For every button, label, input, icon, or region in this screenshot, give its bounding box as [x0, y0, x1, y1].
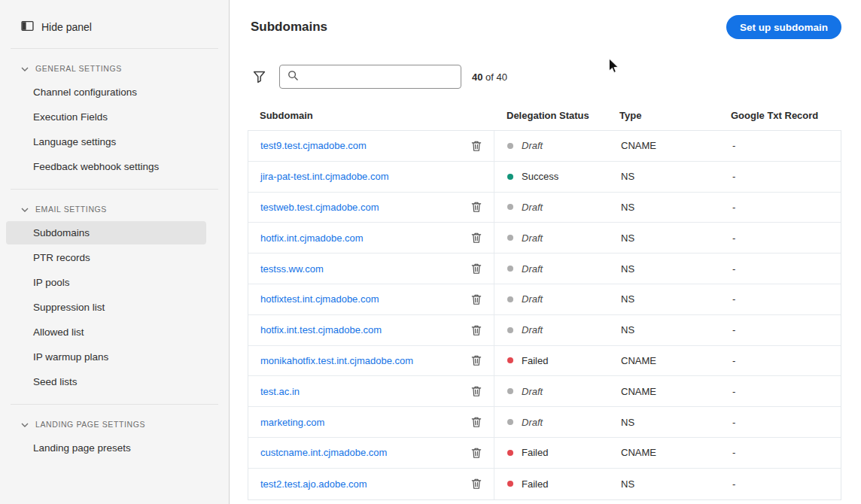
result-count-number: 40 — [472, 71, 482, 83]
google-txt-value: - — [716, 263, 841, 275]
sidebar-item-channel-configurations[interactable]: Channel configurations — [6, 80, 206, 104]
sidebar-item-ptr-records[interactable]: PTR records — [6, 246, 206, 269]
app-window: Hide panel GENERAL SETTINGS Channel conf… — [0, 0, 861, 504]
google-txt-value: - — [716, 202, 841, 213]
google-txt-value: - — [716, 478, 841, 490]
table-row[interactable]: hotfixtest.int.cjmadobe.com Draft NS - — [248, 284, 841, 315]
set-up-subdomain-button[interactable]: Set up subdomain — [726, 15, 841, 39]
status-dot — [507, 235, 513, 241]
type-value: CNAME — [604, 386, 716, 397]
status-label: Draft — [522, 324, 543, 335]
table-row[interactable]: hotfix.int.cjmadobe.com Draft NS - — [248, 223, 841, 254]
sidebar-item-suppression-list[interactable]: Suppression list — [6, 296, 206, 319]
subdomain-link[interactable]: jira-pat-test.int.cjmadobe.com — [260, 171, 389, 182]
trash-icon[interactable] — [470, 200, 483, 214]
table-row[interactable]: marketing.com Draft NS - — [248, 407, 841, 438]
search-icon — [288, 70, 299, 84]
status-label: Draft — [522, 293, 543, 305]
google-txt-value: - — [716, 324, 841, 335]
status-label: Draft — [522, 417, 543, 428]
trash-icon[interactable] — [470, 262, 483, 275]
status-label: Draft — [522, 386, 543, 397]
google-txt-value: - — [716, 232, 841, 244]
section-landing-page-settings[interactable]: LANDING PAGE SETTINGS — [0, 405, 229, 435]
table-row[interactable]: testss.ww.com Draft NS - — [248, 254, 841, 284]
sidebar-item-landing-page-presets[interactable]: Landing page presets — [6, 436, 206, 460]
hide-panel-label: Hide panel — [41, 21, 92, 33]
trash-icon[interactable] — [470, 323, 483, 337]
sidebar-item-language-settings[interactable]: Language settings — [6, 130, 206, 153]
section-email-settings[interactable]: EMAIL SETTINGS — [0, 190, 229, 220]
table-row[interactable]: test2.test.ajo.adobe.com Failed NS - — [248, 469, 841, 499]
trash-icon[interactable] — [470, 477, 483, 490]
status-dot — [507, 481, 513, 487]
table-row[interactable]: custcname.int.cjmadobe.com Failed CNAME … — [248, 438, 841, 469]
status-dot — [507, 357, 513, 363]
sidebar-item-ip-warmup-plans[interactable]: IP warmup plans — [6, 345, 206, 369]
subdomain-link[interactable]: test2.test.ajo.adobe.com — [260, 478, 367, 490]
sidebar-item-subdomains[interactable]: Subdomains — [6, 221, 206, 244]
chevron-down-icon — [21, 205, 29, 214]
panel-icon — [21, 20, 34, 35]
sidebar-item-execution-fields[interactable]: Execution Fields — [6, 105, 206, 129]
filter-icon[interactable] — [251, 68, 267, 85]
status-dot — [507, 266, 513, 272]
trash-icon[interactable] — [470, 354, 483, 367]
status-dot — [507, 450, 513, 456]
status-dot — [507, 174, 513, 180]
subdomain-link[interactable]: hotfix.int.cjmadobe.com — [260, 232, 364, 244]
search-input[interactable] — [305, 71, 453, 83]
type-value: NS — [604, 293, 716, 305]
table-row[interactable]: monikahotfix.test.int.cjmadobe.com Faile… — [248, 346, 841, 377]
table-body: test9.test.cjmadobe.com Draft CNAME - ji… — [248, 130, 841, 500]
search-box[interactable] — [279, 65, 461, 89]
subdomain-link[interactable]: custcname.int.cjmadobe.com — [260, 447, 387, 458]
trash-icon[interactable] — [470, 231, 483, 244]
sidebar-item-ip-pools[interactable]: IP pools — [6, 271, 206, 294]
subdomain-link[interactable]: hotfix.int.test.cjmadobe.com — [260, 324, 382, 335]
table-row[interactable]: jira-pat-test.int.cjmadobe.com Success N… — [248, 162, 841, 193]
status-label: Success — [522, 171, 558, 182]
subdomain-link[interactable]: test9.test.cjmadobe.com — [260, 140, 367, 151]
sidebar-item-allowed-list[interactable]: Allowed list — [6, 320, 206, 344]
status-dot — [507, 143, 513, 149]
status-label: Failed — [522, 478, 548, 490]
section-label: GENERAL SETTINGS — [35, 64, 122, 73]
type-value: NS — [604, 202, 716, 213]
table-row[interactable]: test9.test.cjmadobe.com Draft CNAME - — [248, 131, 841, 162]
subdomain-link[interactable]: test.ac.in — [260, 386, 300, 397]
status-label: Draft — [522, 202, 543, 213]
google-txt-value: - — [716, 293, 841, 305]
column-header-type: Type — [604, 105, 715, 130]
trash-icon[interactable] — [470, 384, 483, 398]
trash-icon[interactable] — [470, 415, 483, 429]
subdomains-table: Subdomain Delegation Status Type Google … — [248, 105, 841, 500]
subdomain-link[interactable]: monikahotfix.test.int.cjmadobe.com — [260, 355, 413, 366]
trash-icon[interactable] — [470, 293, 483, 306]
main-content: Subdomains Set up subdomain 40 of 40 Sub… — [230, 0, 861, 504]
sidebar-item-feedback-webhook-settings[interactable]: Feedback webhook settings — [6, 155, 206, 178]
section-general-settings[interactable]: GENERAL SETTINGS — [0, 49, 229, 79]
status-dot — [507, 419, 513, 425]
google-txt-value: - — [716, 447, 841, 458]
settings-sidebar: Hide panel GENERAL SETTINGS Channel conf… — [0, 0, 230, 504]
table-row[interactable]: testweb.test.cjmadobe.com Draft NS - — [248, 193, 841, 223]
column-header-subdomain: Subdomain — [248, 105, 494, 130]
section-label: LANDING PAGE SETTINGS — [35, 420, 145, 429]
google-txt-value: - — [716, 355, 841, 366]
sidebar-item-seed-lists[interactable]: Seed lists — [6, 370, 206, 393]
type-value: NS — [604, 324, 716, 335]
subdomain-link[interactable]: marketing.com — [260, 417, 324, 428]
google-txt-value: - — [716, 171, 841, 182]
column-header-delegation-status: Delegation Status — [494, 105, 604, 130]
type-value: NS — [604, 232, 716, 244]
subdomain-link[interactable]: testss.ww.com — [260, 263, 324, 275]
table-row[interactable]: hotfix.int.test.cjmadobe.com Draft NS - — [248, 315, 841, 346]
hide-panel-button[interactable]: Hide panel — [0, 3, 229, 48]
trash-icon[interactable] — [470, 139, 483, 153]
result-count-suffix: of 40 — [485, 71, 507, 83]
subdomain-link[interactable]: testweb.test.cjmadobe.com — [260, 202, 379, 213]
table-row[interactable]: test.ac.in Draft CNAME - — [248, 376, 841, 407]
trash-icon[interactable] — [470, 446, 483, 460]
subdomain-link[interactable]: hotfixtest.int.cjmadobe.com — [260, 293, 379, 305]
